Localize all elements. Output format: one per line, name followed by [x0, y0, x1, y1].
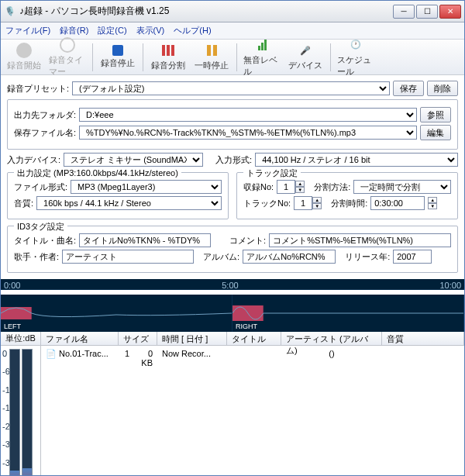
input-device-label: 入力デバイス:: [7, 154, 60, 166]
timeline: 0:005:0010:00: [1, 279, 464, 290]
filename-label: 保存ファイル名:: [14, 127, 76, 139]
id3-title-input[interactable]: [79, 233, 211, 247]
menu-help[interactable]: ヘルプ(H): [174, 25, 211, 36]
output-group: 出力先フォルダ: D:¥eee 参照 保存ファイル名: %TDY%¥No.%RC…: [7, 99, 458, 150]
svg-rect-0: [1, 295, 232, 332]
menu-settings[interactable]: 設定(C): [98, 25, 126, 36]
titlebar: 🎙️ ♪超録 - パソコン長時間録音機 v1.25 ─ ☐ ✕: [1, 1, 464, 22]
toolbar: 録音開始 録音タイマー 録音停止 録音分割 一時停止 無音レベル 🎤デバイス 🕐…: [1, 40, 464, 75]
input-format-label: 入力形式:: [215, 154, 252, 166]
app-icon: 🎙️: [4, 5, 16, 18]
rec-split-button[interactable]: 録音分割: [150, 43, 187, 71]
level-button[interactable]: 無音レベル: [243, 37, 281, 78]
split-time-input[interactable]: [370, 196, 425, 210]
rec-start-button[interactable]: 録音開始: [5, 43, 43, 71]
meter-bar-r: [22, 349, 33, 476]
file-list[interactable]: ファイル名 サイズ 時間 [ 日付 ] タイトル アーティスト (アルバム) 音…: [41, 332, 464, 476]
filename-select[interactable]: %TDY%¥No.%RCN%-Track%TKN%_%STM%-%ETM%(%T…: [79, 126, 417, 140]
waveform[interactable]: LEFT RIGHT: [1, 295, 464, 332]
id3-album-input[interactable]: [243, 250, 336, 264]
split-method-select[interactable]: 一定時間で分割: [353, 180, 451, 194]
trackno-spinner[interactable]: ▲▼: [294, 196, 322, 210]
browse-button[interactable]: 参照: [420, 107, 451, 122]
folder-label: 出力先フォルダ:: [14, 109, 76, 121]
device-button[interactable]: 🎤デバイス: [287, 43, 324, 71]
device-icon: 🎤: [298, 43, 313, 58]
split-icon: [160, 43, 176, 58]
level-meter: 単位:dB 0-6-12-18-24-30-36-42 LR: [1, 332, 41, 476]
pause-button[interactable]: 一時停止: [193, 43, 230, 71]
stop-icon: [112, 45, 123, 56]
list-item[interactable]: 📄 No.01-Trac... 1 0 KB Now Recor... (): [41, 346, 464, 371]
folder-select[interactable]: D:¥eee: [79, 108, 417, 122]
window-title: ♪超録 - パソコン長時間録音機 v1.25: [19, 5, 393, 18]
quality-label: 音質:: [14, 198, 33, 209]
rec-stop-button[interactable]: 録音停止: [99, 45, 136, 69]
save-button[interactable]: 保存: [393, 81, 424, 96]
delete-button[interactable]: 削除: [427, 81, 458, 96]
menu-file[interactable]: ファイル(F): [5, 25, 50, 36]
edit-button[interactable]: 編集: [420, 125, 451, 140]
meter-bar-l: [9, 349, 20, 476]
recno-spinner[interactable]: ▲▼: [277, 180, 305, 194]
menu-rec[interactable]: 録音(R): [60, 25, 88, 36]
file-icon: 📄: [46, 349, 57, 358]
list-header[interactable]: ファイル名 サイズ 時間 [ 日付 ] タイトル アーティスト (アルバム) 音…: [41, 332, 464, 346]
level-icon: [254, 37, 270, 53]
record-icon: [16, 43, 32, 58]
timer-icon: [60, 37, 75, 53]
menu-view[interactable]: 表示(V): [136, 25, 165, 36]
close-button[interactable]: ✕: [439, 5, 461, 19]
id3-group: ID3タグ設定 タイトル・曲名: コメント: 歌手・作者: アルバム: リリース…: [7, 226, 458, 273]
input-device-select[interactable]: ステレオ ミキサー (SoundMAX Int: [64, 153, 203, 167]
preset-select[interactable]: (デフォルト設定): [72, 81, 390, 95]
output-settings-group: 出力設定 (MP3:160.0kbps/44.1kHz/stereo) ファイル…: [7, 172, 229, 219]
id3-year-input[interactable]: [393, 250, 432, 264]
preset-label: 録音プリセット:: [7, 83, 69, 95]
file-format-select[interactable]: MP3 (Mpeg1Layer3): [71, 180, 222, 194]
id3-artist-input[interactable]: [62, 250, 194, 264]
quality-select[interactable]: 160k bps / 44.1 kHz / Stereo: [36, 196, 222, 210]
input-format-select[interactable]: 44,100 Hz / ステレオ / 16 bit: [255, 153, 458, 167]
id3-comment-input[interactable]: [269, 233, 451, 247]
track-settings-group: トラック設定 収録No: ▲▼ 分割方法: 一定時間で分割 トラックNo: ▲▼…: [236, 172, 458, 219]
pause-icon: [204, 43, 219, 58]
minimize-button[interactable]: ─: [393, 5, 415, 19]
schedule-button[interactable]: 🕐スケジュール: [337, 37, 374, 78]
file-format-label: ファイル形式:: [14, 181, 67, 193]
maximize-button[interactable]: ☐: [416, 5, 438, 19]
rec-timer-button[interactable]: 録音タイマー: [49, 37, 86, 78]
schedule-icon: 🕐: [348, 37, 363, 53]
